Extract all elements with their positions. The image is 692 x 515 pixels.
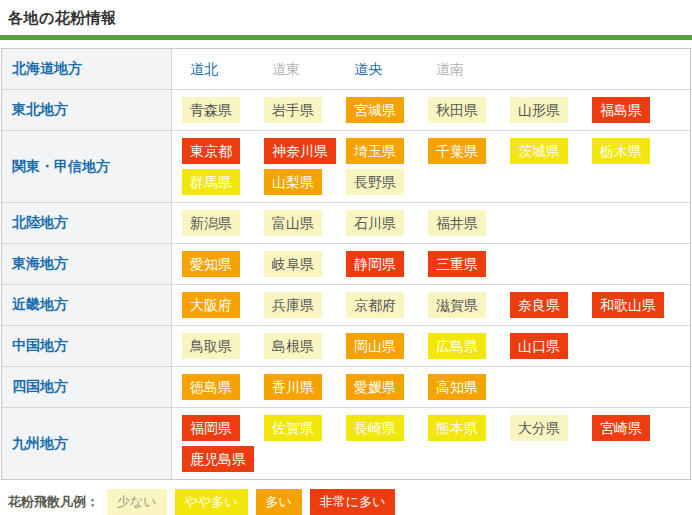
region-row: 九州地方福岡県佐賀県長崎県熊本県大分県宮崎県鹿児島県 [2, 408, 690, 479]
region-row: 中国地方鳥取県島根県岡山県広島県山口県 [2, 326, 690, 367]
prefecture-chip[interactable]: 鳥取県 [182, 333, 240, 359]
region-label-cell: 東海地方 [2, 244, 172, 284]
prefecture-chip[interactable]: 秋田県 [428, 97, 486, 123]
prefecture-chip[interactable]: 岡山県 [346, 333, 404, 359]
region-content: 新潟県富山県石川県福井県 [172, 203, 690, 243]
legend-chip-low: 少ない [107, 489, 167, 515]
region-content: 福岡県佐賀県長崎県熊本県大分県宮崎県鹿児島県 [172, 408, 690, 479]
region-content: 徳島県香川県愛媛県高知県 [172, 367, 690, 407]
region-label-cell: 中国地方 [2, 326, 172, 366]
prefecture-chip[interactable]: 三重県 [428, 251, 486, 277]
prefecture-chip[interactable]: 富山県 [264, 210, 322, 236]
prefecture-chip[interactable]: 兵庫県 [264, 292, 322, 318]
region-label: 北陸地方 [12, 214, 68, 232]
region-content: 東京都神奈川県埼玉県千葉県茨城県栃木県群馬県山梨県長野県 [172, 131, 690, 202]
region-row: 四国地方徳島県香川県愛媛県高知県 [2, 367, 690, 408]
prefecture-chip[interactable]: 広島県 [428, 333, 486, 359]
prefecture-chip[interactable]: 長崎県 [346, 415, 404, 441]
region-label-cell: 東北地方 [2, 90, 172, 130]
region-row: 北海道地方道北道東道央道南 [2, 49, 690, 90]
prefecture-chip[interactable]: 熊本県 [428, 415, 486, 441]
prefecture-chip[interactable]: 山口県 [510, 333, 568, 359]
prefecture-chip[interactable]: 群馬県 [182, 169, 240, 195]
prefecture-chip[interactable]: 石川県 [346, 210, 404, 236]
region-label-cell: 関東・甲信地方 [2, 131, 172, 202]
pollen-legend: 花粉飛散凡例： 少ないやや多い多い非常に多い [8, 489, 692, 515]
title-underline-bar [0, 35, 692, 40]
region-label-cell: 四国地方 [2, 367, 172, 407]
region-label-cell: 九州地方 [2, 408, 172, 479]
region-row: 東海地方愛知県岐阜県静岡県三重県 [2, 244, 690, 285]
region-label: 近畿地方 [12, 296, 68, 314]
region-label: 北海道地方 [12, 60, 82, 78]
region-label: 四国地方 [12, 378, 68, 396]
prefecture-chip[interactable]: 京都府 [346, 292, 404, 318]
region-content: 青森県岩手県宮城県秋田県山形県福島県 [172, 90, 690, 130]
area-disabled-label: 道南 [428, 56, 472, 82]
pollen-info-page: 各地の花粉情報 北海道地方道北道東道央道南東北地方青森県岩手県宮城県秋田県山形県… [0, 0, 692, 515]
prefecture-chip[interactable]: 大阪府 [182, 292, 240, 318]
region-label-cell: 近畿地方 [2, 285, 172, 325]
region-label: 東北地方 [12, 101, 68, 119]
prefecture-chip[interactable]: 福岡県 [182, 415, 240, 441]
prefecture-chip[interactable]: 埼玉県 [346, 138, 404, 164]
prefecture-chip[interactable]: 鹿児島県 [182, 446, 254, 472]
prefecture-chip[interactable]: 徳島県 [182, 374, 240, 400]
prefecture-chip[interactable]: 青森県 [182, 97, 240, 123]
prefecture-chip[interactable]: 栃木県 [592, 138, 650, 164]
prefecture-chip[interactable]: 神奈川県 [264, 138, 336, 164]
area-link[interactable]: 道央 [346, 56, 390, 82]
prefecture-chip[interactable]: 山梨県 [264, 169, 322, 195]
prefecture-chip[interactable]: 千葉県 [428, 138, 486, 164]
prefecture-chip[interactable]: 新潟県 [182, 210, 240, 236]
region-row: 東北地方青森県岩手県宮城県秋田県山形県福島県 [2, 90, 690, 131]
region-content: 鳥取県島根県岡山県広島県山口県 [172, 326, 690, 366]
region-label: 関東・甲信地方 [12, 158, 110, 176]
area-disabled-label: 道東 [264, 56, 308, 82]
region-label: 東海地方 [12, 255, 68, 273]
prefecture-chip[interactable]: 高知県 [428, 374, 486, 400]
page-title: 各地の花粉情報 [0, 0, 692, 35]
legend-chip-high: 多い [256, 489, 302, 515]
prefecture-chip[interactable]: 宮城県 [346, 97, 404, 123]
prefecture-chip[interactable]: 長野県 [346, 169, 404, 195]
prefecture-chip[interactable]: 福井県 [428, 210, 486, 236]
prefecture-chip[interactable]: 愛知県 [182, 251, 240, 277]
prefecture-chip[interactable]: 宮崎県 [592, 415, 650, 441]
region-row: 近畿地方大阪府兵庫県京都府滋賀県奈良県和歌山県 [2, 285, 690, 326]
region-label: 中国地方 [12, 337, 68, 355]
region-row: 北陸地方新潟県富山県石川県福井県 [2, 203, 690, 244]
prefecture-chip[interactable]: 東京都 [182, 138, 240, 164]
prefecture-chip[interactable]: 島根県 [264, 333, 322, 359]
prefecture-chip[interactable]: 福島県 [592, 97, 650, 123]
region-row: 関東・甲信地方東京都神奈川県埼玉県千葉県茨城県栃木県群馬県山梨県長野県 [2, 131, 690, 203]
prefecture-chip[interactable]: 和歌山県 [592, 292, 664, 318]
prefecture-chip[interactable]: 奈良県 [510, 292, 568, 318]
region-label-cell: 北海道地方 [2, 49, 172, 89]
region-label: 九州地方 [12, 435, 68, 453]
prefecture-chip[interactable]: 岩手県 [264, 97, 322, 123]
prefecture-chip[interactable]: 山形県 [510, 97, 568, 123]
legend-chip-mid: やや多い [175, 489, 248, 515]
region-content: 愛知県岐阜県静岡県三重県 [172, 244, 690, 284]
prefecture-chip[interactable]: 愛媛県 [346, 374, 404, 400]
area-link[interactable]: 道北 [182, 56, 226, 82]
prefecture-chip[interactable]: 茨城県 [510, 138, 568, 164]
prefecture-chip[interactable]: 滋賀県 [428, 292, 486, 318]
region-content: 大阪府兵庫県京都府滋賀県奈良県和歌山県 [172, 285, 690, 325]
prefecture-chip[interactable]: 香川県 [264, 374, 322, 400]
prefecture-chip[interactable]: 大分県 [510, 415, 568, 441]
prefecture-chip[interactable]: 静岡県 [346, 251, 404, 277]
region-content: 道北道東道央道南 [172, 49, 690, 89]
region-label-cell: 北陸地方 [2, 203, 172, 243]
prefecture-chip[interactable]: 岐阜県 [264, 251, 322, 277]
prefecture-chip[interactable]: 佐賀県 [264, 415, 322, 441]
legend-label: 花粉飛散凡例： [8, 493, 99, 511]
pollen-table: 北海道地方道北道東道央道南東北地方青森県岩手県宮城県秋田県山形県福島県関東・甲信… [1, 48, 691, 480]
legend-chip-vhigh: 非常に多い [310, 489, 396, 515]
